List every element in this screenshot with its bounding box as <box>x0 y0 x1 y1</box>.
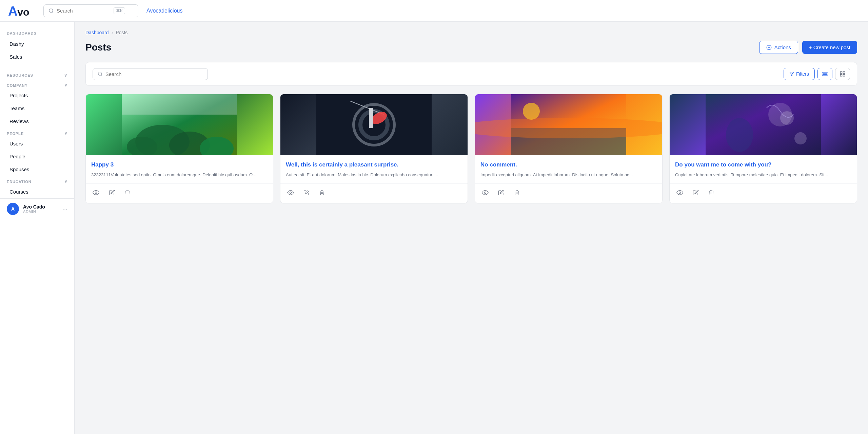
main-content: Dashboard › Posts Posts Actions + Create… <box>75 22 868 434</box>
post-edit-button[interactable] <box>107 188 116 199</box>
svg-rect-27 <box>369 108 373 128</box>
filter-icon <box>789 72 794 76</box>
post-actions <box>475 183 662 203</box>
svg-rect-8 <box>823 72 827 73</box>
trash-icon <box>514 190 520 196</box>
post-edit-button[interactable] <box>302 188 311 199</box>
post-title[interactable]: Do you want me to come with you? <box>675 161 851 169</box>
post-delete-button[interactable] <box>123 188 132 199</box>
post-body: No comment. Impedit excepturi aliquam. A… <box>475 155 662 183</box>
people-chevron-icon: ∨ <box>64 131 67 136</box>
app-header: A vo ⌘K Avocadelicious <box>0 0 868 22</box>
post-card: No comment. Impedit excepturi aliquam. A… <box>475 94 663 203</box>
user-role: ADMIN <box>23 210 58 214</box>
post-title[interactable]: No comment. <box>480 161 657 169</box>
sidebar-item-spouses[interactable]: Spouses <box>3 163 72 176</box>
post-edit-button[interactable] <box>497 188 506 199</box>
eye-icon <box>93 189 99 196</box>
svg-point-39 <box>794 132 807 144</box>
sidebar-item-people[interactable]: People <box>3 150 72 163</box>
svg-rect-11 <box>840 72 842 73</box>
post-image <box>670 94 857 155</box>
post-delete-button[interactable] <box>512 188 521 199</box>
svg-rect-12 <box>843 72 845 73</box>
post-card: Do you want me to come with you? Cupidit… <box>669 94 857 203</box>
resources-section-label: RESOURCES ∨ <box>0 69 74 80</box>
svg-point-34 <box>485 192 486 194</box>
trash-icon <box>124 190 131 196</box>
sidebar: DASHBOARDS Dashy Sales RESOURCES ∨ COMPA… <box>0 22 75 434</box>
breadcrumb: Dashboard › Posts <box>85 30 857 35</box>
post-delete-button[interactable] <box>318 188 327 199</box>
user-info: Avo Cado ADMIN <box>23 204 58 214</box>
svg-point-21 <box>95 192 97 194</box>
post-excerpt: Aut ea sit. Et aut dolorum. Molestias in… <box>286 172 462 178</box>
post-card: Happy 3 32323111Voluptates sed optio. Om… <box>85 94 273 203</box>
toolbar-right: Filters <box>784 68 850 80</box>
breadcrumb-dashboard[interactable]: Dashboard <box>85 30 109 35</box>
post-body: Happy 3 32323111Voluptates sed optio. Om… <box>86 155 273 183</box>
edit-icon <box>303 190 310 196</box>
post-delete-button[interactable] <box>707 188 716 199</box>
posts-search-input[interactable] <box>105 71 203 77</box>
grid-view-button[interactable] <box>835 68 850 80</box>
trash-icon <box>319 190 325 196</box>
list-view-icon <box>822 71 828 77</box>
svg-point-33 <box>523 103 540 120</box>
dashboards-section-label: DASHBOARDS <box>0 27 74 37</box>
breadcrumb-separator: › <box>112 30 113 35</box>
actions-button[interactable]: Actions <box>759 41 798 54</box>
post-actions <box>670 183 857 203</box>
svg-rect-35 <box>706 94 821 155</box>
list-view-button[interactable] <box>817 68 832 80</box>
post-actions <box>280 183 468 203</box>
post-view-button[interactable] <box>675 188 685 199</box>
post-card: Well, this is certainly a pleasant surpr… <box>280 94 468 203</box>
post-edit-button[interactable] <box>691 188 700 199</box>
breadcrumb-current: Posts <box>116 30 127 35</box>
grid-view-icon <box>840 71 846 77</box>
sidebar-footer: A Avo Cado ADMIN ··· <box>0 198 74 219</box>
company-chevron-icon: ∨ <box>64 83 67 87</box>
education-subsection-label: EDUCATION ∨ <box>0 176 74 185</box>
posts-search-bar[interactable] <box>93 68 208 80</box>
sidebar-item-courses[interactable]: Courses <box>3 185 72 198</box>
sidebar-item-sales[interactable]: Sales <box>3 51 72 63</box>
brand-name: Avocadelicious <box>146 8 182 14</box>
svg-rect-20 <box>122 94 237 115</box>
eye-icon <box>676 189 683 196</box>
svg-rect-9 <box>823 74 827 74</box>
post-image <box>86 94 273 155</box>
post-image <box>280 94 468 155</box>
svg-point-40 <box>679 192 681 194</box>
post-excerpt: 32323111Voluptates sed optio. Omnis eum … <box>91 172 268 178</box>
svg-point-37 <box>780 111 794 125</box>
post-view-button[interactable] <box>91 188 101 199</box>
post-image <box>475 94 662 155</box>
header-actions: Actions + Create new post <box>759 41 857 54</box>
search-icon <box>48 8 54 14</box>
post-actions <box>86 183 273 203</box>
user-more-button[interactable]: ··· <box>62 205 67 213</box>
global-search-input[interactable] <box>57 8 111 14</box>
eye-icon <box>287 189 294 196</box>
filters-button[interactable]: Filters <box>784 68 815 80</box>
edit-icon <box>498 190 504 196</box>
global-search-bar[interactable]: ⌘K <box>43 4 138 17</box>
post-view-button[interactable] <box>286 188 295 199</box>
edit-icon <box>693 190 699 196</box>
svg-point-29 <box>290 192 292 194</box>
sidebar-item-projects[interactable]: Projects <box>3 89 72 102</box>
create-post-button[interactable]: + Create new post <box>802 41 857 54</box>
sidebar-item-users[interactable]: Users <box>3 137 72 150</box>
post-title[interactable]: Well, this is certainly a pleasant surpr… <box>286 161 462 169</box>
toolbar: Filters <box>85 62 857 86</box>
post-view-button[interactable] <box>480 188 490 199</box>
sidebar-item-reviews[interactable]: Reviews <box>3 115 72 127</box>
post-title[interactable]: Happy 3 <box>91 161 268 169</box>
sidebar-item-dashy[interactable]: Dashy <box>3 38 72 50</box>
edit-icon <box>109 190 115 196</box>
actions-icon <box>766 45 772 50</box>
app-logo: A vo <box>8 4 35 18</box>
sidebar-item-teams[interactable]: Teams <box>3 102 72 115</box>
